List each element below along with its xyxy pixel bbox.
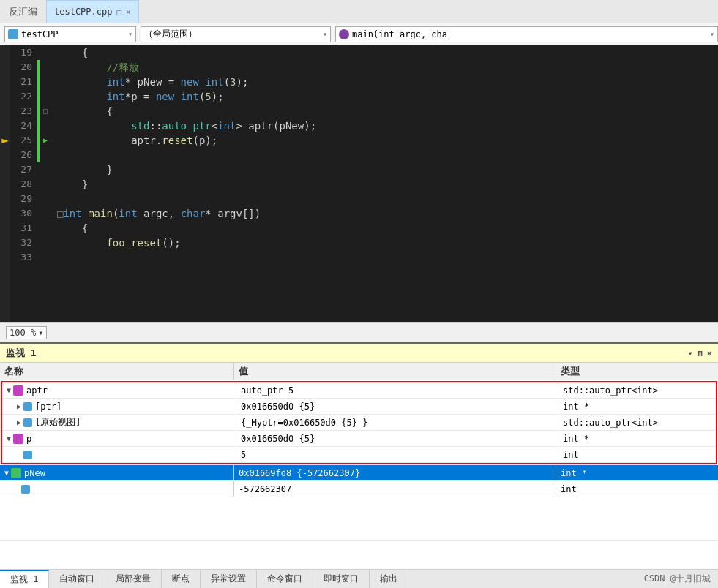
scope-combo-arrow[interactable]: ▾ <box>323 30 327 38</box>
aptr-label: aptr <box>26 385 48 396</box>
p-icon <box>13 434 23 444</box>
scope-combo[interactable]: （全局范围） ▾ <box>141 26 331 42</box>
code-line-20: //释放 <box>57 60 718 75</box>
watch-cell-value-raw: {_Myptr=0x016650d0 {5} } <box>236 415 558 430</box>
p-value: 0x016650d0 {5} <box>241 434 315 444</box>
bottom-tab-watch1[interactable]: 监视 1 <box>0 570 49 588</box>
method-combo[interactable]: main(int argc, cha ▾ <box>335 26 718 42</box>
watch-cell-name-ptr: ▶ [ptr] <box>2 399 236 414</box>
ptr-label: [ptr] <box>35 402 61 412</box>
class-combo-text: testCPP <box>21 29 125 39</box>
expand-icon-pnew[interactable]: ▼ <box>4 469 9 477</box>
bottom-tab-immediate[interactable]: 即时窗口 <box>313 570 370 588</box>
zoom-label: 100 % <box>10 328 36 338</box>
class-combo-arrow[interactable]: ▾ <box>128 30 132 38</box>
watch-close-icon[interactable]: × <box>707 348 712 358</box>
expand-icon-p[interactable]: ▼ <box>7 434 11 442</box>
watch-header-type: 类型 <box>556 363 718 380</box>
watch-cell-type-aptr: std::auto_ptr<int> <box>558 382 716 398</box>
code-line-21: int* pNew = new int(3); <box>57 75 718 89</box>
watch-cell-value-pnew: 0x01669fd8 {-572662307} <box>234 465 556 480</box>
watch-pin-icon[interactable]: ᴨ <box>698 348 703 358</box>
expand-icon-ptr[interactable]: ▶ <box>17 402 21 410</box>
ptr-type: int * <box>563 402 589 412</box>
watch-row-ptr[interactable]: ▶ [ptr] 0x016650d0 {5} int * <box>2 399 716 415</box>
aptr-value: auto_ptr 5 <box>241 385 293 396</box>
watch-row-p[interactable]: ▼ p 0x016650d0 {5} int * <box>2 431 716 447</box>
editor-content[interactable]: ► 19 20 21 22 23 24 25 26 27 28 29 30 31 <box>0 45 718 322</box>
raw-type: std::auto_ptr<int> <box>563 418 658 428</box>
bottom-tab-auto[interactable]: 自动窗口 <box>49 570 105 588</box>
toolbar: testCPP ▾ （全局范围） ▾ main(int argc, cha ▾ <box>0 23 718 45</box>
bottom-tab-command[interactable]: 命令窗口 <box>257 570 313 588</box>
editor-status: 100 % ▾ <box>0 322 718 342</box>
watch-cell-value-p: 0x016650d0 {5} <box>236 431 558 446</box>
pnew-value: 0x01669fd8 {-572662307} <box>239 468 360 478</box>
watch-row-aptr[interactable]: ▼ aptr auto_ptr 5 std::auto_ptr<int> <box>2 382 716 399</box>
raw-value: {_Myptr=0x016650d0 {5} } <box>241 418 367 428</box>
expand-icon-raw[interactable]: ▶ <box>17 418 21 426</box>
code-line-22: int*p = new int(5); <box>57 89 718 104</box>
p-type: int * <box>563 434 589 444</box>
line-numbers: 19 20 21 22 23 24 25 26 27 28 29 30 31 3… <box>10 45 37 322</box>
zoom-combo[interactable]: 100 % ▾ <box>6 326 47 339</box>
code-line-30: □int main(int argc, char* argv[]) <box>57 206 718 221</box>
expand-icon-aptr[interactable]: ▼ <box>7 386 11 394</box>
aptr-icon <box>13 385 23 396</box>
code-line-33 <box>57 250 718 265</box>
watch-cell-type-p-val: int <box>558 447 716 462</box>
method-combo-arrow[interactable]: ▾ <box>710 30 714 38</box>
code-lines[interactable]: { //释放 int* pNew = new int(3); int*p = n… <box>51 45 718 322</box>
watch-cell-type-pnew: int * <box>556 465 718 480</box>
bottom-tab-exceptions[interactable]: 异常设置 <box>201 570 257 588</box>
watch-cell-name-p-val: ▶ <box>2 447 236 462</box>
bottom-tab-breakpoints[interactable]: 断点 <box>162 570 201 588</box>
pnew-label: pNew <box>24 468 45 478</box>
code-line-25: aptr.reset(p); <box>57 133 718 148</box>
code-line-26 <box>57 148 718 162</box>
pnew-type: int * <box>561 468 587 478</box>
bottom-tab-output[interactable]: 输出 <box>370 570 408 588</box>
zoom-arrow[interactable]: ▾ <box>38 328 43 338</box>
watch-row-empty[interactable] <box>0 497 718 541</box>
watch-cell-type-raw: std::auto_ptr<int> <box>558 415 716 430</box>
fold-23[interactable]: □ <box>40 104 51 118</box>
tab-pin-icon[interactable]: □ <box>116 7 121 17</box>
pnew-val-type: int <box>561 484 577 494</box>
p-val-icon <box>23 451 32 459</box>
watch-rows[interactable]: ▼ aptr auto_ptr 5 std::auto_ptr<int> ▶ <box>0 380 718 569</box>
watch-row-p-val[interactable]: ▶ 5 int <box>2 447 716 463</box>
bottom-tabs: 监视 1 自动窗口 局部变量 断点 异常设置 命令窗口 即时窗口 输出 CSDN… <box>0 569 718 588</box>
scope-combo-text: （全局范围） <box>144 28 320 40</box>
p-val-type: int <box>563 450 579 460</box>
file-tab[interactable]: testCPP.cpp □ × <box>46 0 139 23</box>
bottom-tab-locals[interactable]: 局部变量 <box>105 570 162 588</box>
gutter: ► <box>0 45 10 322</box>
watch-cell-type-pnew-val: int <box>556 481 718 497</box>
tab-close-icon[interactable]: × <box>126 7 131 17</box>
ptr-value: 0x016650d0 {5} <box>241 402 315 412</box>
watch-cell-value-pnew-val: -572662307 <box>234 481 556 497</box>
method-combo-icon <box>339 29 349 39</box>
watch-row-raw[interactable]: ▶ [原始视图] {_Myptr=0x016650d0 {5} } std::a… <box>2 415 716 431</box>
watch-dropdown-icon[interactable]: ▾ <box>688 348 693 358</box>
watch-cell-name-pnew: ▼ pNew <box>0 465 234 480</box>
pnew-icon <box>11 468 21 478</box>
ptr-icon <box>23 402 32 411</box>
class-combo[interactable]: testCPP ▾ <box>4 26 136 42</box>
code-line-31: { <box>57 221 718 235</box>
watch-row-pnew[interactable]: ▼ pNew 0x01669fd8 {-572662307} int * <box>0 465 718 481</box>
red-outline-group: ▼ aptr auto_ptr 5 std::auto_ptr<int> ▶ <box>1 381 717 464</box>
watch-cell-name-aptr: ▼ aptr <box>2 382 236 398</box>
code-line-19: { <box>57 45 718 60</box>
code-line-29 <box>57 192 718 206</box>
bottom-right-label: CSDN @十月旧城 <box>644 573 718 585</box>
watch-cell-name-pnew-val: ▶ <box>0 481 234 497</box>
watch-header-name: 名称 <box>0 363 234 380</box>
watch-panel: 监视 1 ▾ ᴨ × 名称 值 类型 ▼ aptr <box>0 342 718 569</box>
watch-row-pnew-val[interactable]: ▶ -572662307 int <box>0 481 718 497</box>
watch-table: 名称 值 类型 ▼ aptr auto_ptr 5 <box>0 363 718 569</box>
watch-cell-value-aptr: auto_ptr 5 <box>236 382 558 398</box>
raw-label: [原始视图] <box>35 416 81 429</box>
code-line-24: std::auto_ptr<int> aptr(pNew); <box>57 118 718 133</box>
